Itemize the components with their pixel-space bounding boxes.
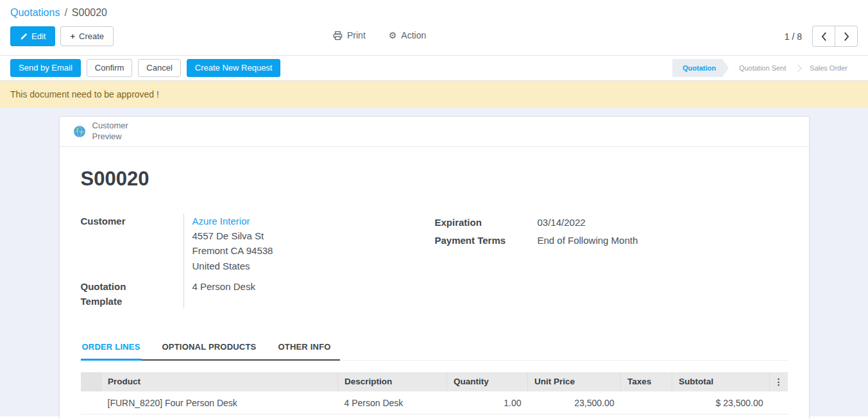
order-lines-table: Product Description Quantity Unit Price … <box>81 372 788 415</box>
action-button-label: Action <box>401 30 426 40</box>
statusbar-buttons: Send by Email Confirm Cancel Create New … <box>10 59 280 77</box>
payment-terms-value: End of Following Month <box>538 232 788 250</box>
vertical-dots-icon: ⋮ <box>774 377 783 387</box>
breadcrumb-quotations-link[interactable]: Quotations <box>10 7 60 19</box>
printer-icon <box>333 31 343 40</box>
customer-field-value: Azure Interior 4557 De Silva St Fremont … <box>183 214 435 273</box>
edit-button-label: Edit <box>31 31 46 42</box>
create-button[interactable]: + Create <box>60 26 114 47</box>
row-options-cell <box>770 391 788 415</box>
print-button[interactable]: Print <box>333 30 366 40</box>
approval-warning-text: This document need to be approved ! <box>10 89 159 99</box>
quotation-document: S00020 Customer Azure Interior 4557 De S… <box>60 147 809 419</box>
customer-preview-label: Customer Preview <box>92 121 128 142</box>
quotation-number-title: S00020 <box>81 167 788 191</box>
row-handle-cell <box>81 391 101 415</box>
statusbar: Send by Email Confirm Cancel Create New … <box>0 55 868 81</box>
status-pipeline: Quotation Quotation Sent Sales Order <box>672 59 858 77</box>
description-column-header: Description <box>338 372 447 391</box>
unit-price-cell: 23,500.00 <box>528 391 621 415</box>
print-button-label: Print <box>347 30 366 40</box>
unit-price-column-header: Unit Price <box>528 372 621 391</box>
payment-terms-label: Payment Terms <box>435 232 538 250</box>
pager-counter: 1 / 8 <box>785 31 802 42</box>
subtotal-column-header: Subtotal <box>672 372 770 391</box>
create-new-request-button[interactable]: Create New Request <box>187 59 281 77</box>
customer-address-line: United States <box>192 259 435 273</box>
product-cell: [FURN_8220] Four Person Desk <box>101 391 338 415</box>
status-step-sales-order[interactable]: Sales Order <box>799 59 858 77</box>
status-step-quotation-sent[interactable]: Quotation Sent <box>729 59 796 77</box>
description-cell: 4 Person Desk <box>338 391 447 415</box>
action-button[interactable]: ⚙ Action <box>389 30 426 40</box>
right-field-group: Expiration 03/14/2022 Payment Terms End … <box>435 214 788 250</box>
globe-icon <box>73 125 86 138</box>
product-column-header: Product <box>101 372 338 391</box>
pencil-icon <box>20 33 28 40</box>
content-area: Customer Preview S00020 Customer Azure I… <box>0 108 868 416</box>
toolbar-center-actions: Print ⚙ Action <box>333 30 426 40</box>
tab-order-lines[interactable]: ORDER LINES <box>81 336 142 361</box>
left-field-group: Customer Azure Interior 4557 De Silva St… <box>81 214 435 309</box>
edit-button[interactable]: Edit <box>10 26 55 47</box>
tab-optional-products[interactable]: OPTIONAL PRODUCTS <box>161 336 258 359</box>
quotation-template-value: 4 Person Desk <box>183 273 435 309</box>
customer-preview-header: Customer Preview <box>60 117 809 147</box>
quotation-template-label: Quotation Template <box>81 273 158 309</box>
table-header-row: Product Description Quantity Unit Price … <box>81 372 788 391</box>
customer-address-line: 4557 De Silva St <box>192 228 435 243</box>
pager-next-button[interactable] <box>835 26 858 47</box>
customer-name-link[interactable]: Azure Interior <box>192 216 250 227</box>
taxes-cell <box>621 391 672 415</box>
cancel-button[interactable]: Cancel <box>138 59 180 77</box>
customer-address-line: Fremont CA 94538 <box>192 243 435 258</box>
breadcrumb-separator: / <box>64 7 67 19</box>
tabs-bar: ORDER LINES OPTIONAL PRODUCTS OTHER INFO <box>81 336 788 361</box>
gear-icon: ⚙ <box>389 30 397 40</box>
create-button-label: Create <box>79 31 104 42</box>
chevron-right-icon <box>844 32 849 41</box>
pager-previous-button[interactable] <box>812 26 835 47</box>
quotation-preview-card: Customer Preview S00020 Customer Azure I… <box>59 116 810 419</box>
toolbar: Edit + Create Print ⚙ Action 1 / 8 <box>0 21 868 55</box>
breadcrumb-current: S00020 <box>72 7 107 19</box>
breadcrumb: Quotations / S00020 <box>0 0 868 21</box>
order-line-row: [FURN_8220] Four Person Desk 4 Person De… <box>81 391 788 415</box>
plus-icon: + <box>70 31 75 42</box>
approval-warning-banner: This document need to be approved ! <box>0 81 868 108</box>
confirm-button[interactable]: Confirm <box>87 59 133 77</box>
send-by-email-button[interactable]: Send by Email <box>10 59 81 77</box>
subtotal-cell: $ 23,500.00 <box>672 391 770 415</box>
quantity-cell: 1.00 <box>447 391 528 415</box>
quantity-column-header: Quantity <box>447 372 528 391</box>
expiration-label: Expiration <box>435 214 538 232</box>
pager: 1 / 8 <box>785 26 858 47</box>
taxes-column-header: Taxes <box>621 372 672 391</box>
chevron-left-icon <box>821 32 827 41</box>
customer-field-label: Customer <box>81 214 183 273</box>
expiration-value: 03/14/2022 <box>538 214 788 232</box>
row-handle-column-header <box>81 372 101 391</box>
tab-other-info[interactable]: OTHER INFO <box>277 336 332 359</box>
column-options-toggle[interactable]: ⋮ <box>770 372 788 391</box>
status-step-quotation[interactable]: Quotation <box>672 59 729 77</box>
quotation-fields: Customer Azure Interior 4557 De Silva St… <box>81 214 788 309</box>
